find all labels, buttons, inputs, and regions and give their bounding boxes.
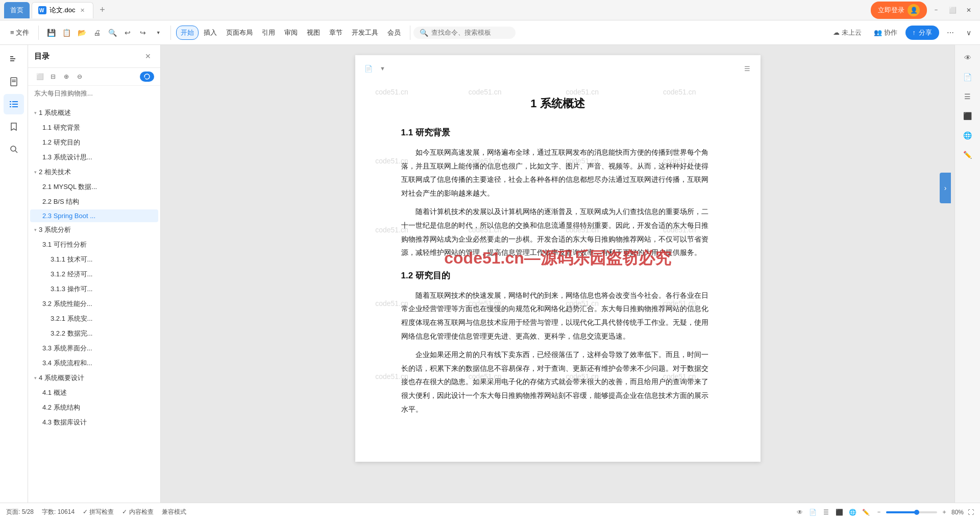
sidebar-nav-btn[interactable]	[4, 49, 24, 69]
toc-item[interactable]: 4.1 概述	[30, 386, 158, 400]
toc-item[interactable]: 1.2 研究目的	[30, 135, 158, 150]
toc-item[interactable]: ▾1 系统概述	[30, 106, 158, 120]
reference-tab-btn[interactable]: 引用	[258, 26, 279, 39]
new-tab-btn[interactable]: +	[95, 3, 110, 17]
sidebar-search-btn[interactable]	[4, 139, 24, 159]
right-layout-btn[interactable]: ⬛	[959, 107, 976, 125]
toc-item[interactable]: 3.1.2 经济可...	[30, 267, 158, 281]
toc-title: 目录	[34, 52, 142, 61]
right-margin-btn[interactable]: ☰	[741, 62, 753, 75]
member-tab-btn[interactable]: 会员	[383, 26, 405, 39]
view-mode-btn-4[interactable]: ⬛	[834, 507, 845, 518]
page-info[interactable]: 页面: 5/28	[6, 508, 34, 516]
toc-item[interactable]: 3.2.1 系统安...	[30, 312, 158, 326]
toc-item[interactable]: 3.4 系统流程和...	[30, 356, 158, 370]
zoom-in-btn[interactable]: ＋	[941, 508, 947, 516]
right-list-btn[interactable]: ☰	[959, 88, 976, 105]
open-btn[interactable]: 📂	[75, 26, 89, 40]
right-edit-btn[interactable]: ✏️	[959, 146, 976, 163]
toc-collapse-all-btn[interactable]: ⊟	[47, 71, 59, 82]
content-check-btn[interactable]: ✓ 内容检查	[122, 508, 153, 516]
toc-close-btn[interactable]: ✕	[142, 50, 154, 62]
toc-item[interactable]: 1.1 研究背景	[30, 121, 158, 135]
devtools-tab-btn[interactable]: 开发工具	[348, 26, 382, 39]
view-mode-btn-3[interactable]: ☰	[821, 507, 832, 518]
preview-btn[interactable]: 🔍	[105, 26, 119, 40]
search-icon: 🔍	[420, 29, 428, 37]
print-btn[interactable]: 🖨	[90, 26, 104, 40]
toc-item[interactable]: 3.1.3 操作可...	[30, 282, 158, 296]
toc-item[interactable]: 3.1 可行性分析	[30, 238, 158, 252]
spell-check-btn[interactable]: ✓ 拼写检查	[83, 508, 114, 516]
search-box[interactable]: 🔍	[413, 27, 516, 39]
user-avatar: 👤	[908, 4, 920, 16]
floating-expand-btn[interactable]: ›	[940, 173, 951, 203]
redo-btn[interactable]: ↪	[136, 26, 150, 40]
view-mode-btn-6[interactable]: ✏️	[861, 507, 872, 518]
toc-item[interactable]: 3.2.2 数据完...	[30, 326, 158, 341]
toc-item[interactable]: 2.3 Spring Boot ...	[30, 209, 158, 222]
toc-remove-btn[interactable]: ⊖	[74, 71, 85, 82]
tab-home[interactable]: 首页	[4, 2, 30, 18]
sidebar-pages-btn[interactable]	[4, 72, 24, 92]
compat-mode-btn[interactable]: 兼容模式	[162, 508, 186, 516]
view-mode-btn-1[interactable]: 👁	[794, 507, 805, 518]
zoom-out-btn[interactable]: －	[876, 508, 882, 516]
toc-item[interactable]: 3.1.1 技术可...	[30, 252, 158, 267]
login-button[interactable]: 立即登录 👤	[871, 2, 927, 19]
more-undo-btn[interactable]: ▼	[151, 26, 165, 40]
save-btn[interactable]: 💾	[44, 26, 58, 40]
toc-item[interactable]: 3.3 系统界面分...	[30, 341, 158, 356]
tab-close-btn[interactable]: ✕	[79, 6, 87, 14]
view-mode-btn-2[interactable]: 📄	[807, 507, 819, 518]
zoom-level[interactable]: 80%	[951, 509, 964, 516]
cloud-save-btn[interactable]: ☁ 未上云	[829, 26, 866, 39]
toc-item[interactable]: 3.2 系统性能分...	[30, 297, 158, 311]
template-btn[interactable]: 📋	[59, 26, 74, 40]
collab-btn[interactable]: 👥 协作	[870, 26, 901, 39]
chapter-tab-btn[interactable]: 章节	[325, 26, 347, 39]
search-input[interactable]	[431, 29, 503, 36]
toc-item[interactable]: 1.3 系统设计思...	[30, 150, 158, 164]
right-panel: 👁 📄 ☰ ⬛ 🌐 ✏️	[954, 45, 980, 503]
svg-point-14	[11, 146, 16, 151]
toc-expand-all-btn[interactable]: ⬜	[34, 71, 45, 82]
fullscreen-btn[interactable]: ⛶	[968, 509, 974, 516]
toc-item[interactable]: 2.1 MYSQL 数据...	[30, 180, 158, 194]
expand-btn[interactable]: ∨	[962, 26, 976, 40]
right-page-btn[interactable]: 📄	[959, 68, 976, 86]
word-count[interactable]: 字数: 10614	[42, 508, 75, 516]
toc-add-btn[interactable]: ⊕	[61, 71, 72, 82]
view-tab-btn[interactable]: 视图	[303, 26, 324, 39]
zoom-slider[interactable]	[886, 511, 937, 513]
toc-refresh-btn[interactable]	[140, 72, 154, 82]
toc-item[interactable]: 4.2 系统结构	[30, 400, 158, 415]
wps-icon: W	[38, 6, 46, 14]
toc-item[interactable]: 4.3 数据库设计	[30, 415, 158, 430]
sidebar-toc-btn[interactable]	[4, 94, 24, 114]
toc-item[interactable]: ▾4 系统概要设计	[30, 371, 158, 385]
paragraph-1: 如今互联网高速发展，网络遍布全球，通过互联网发布的消息能快而方便的传播到世界每个…	[401, 146, 715, 200]
svg-line-15	[15, 151, 17, 153]
sidebar-bookmark-btn[interactable]	[4, 116, 24, 137]
toc-item[interactable]: ▾3 系统分析	[30, 223, 158, 237]
window-restore-btn[interactable]: ⬜	[945, 3, 960, 17]
start-tab-btn[interactable]: 开始	[176, 26, 199, 40]
more-btn[interactable]: ⋯	[943, 26, 958, 40]
right-web-btn[interactable]: 🌐	[959, 127, 976, 144]
toc-item[interactable]: ▾2 相关技术	[30, 165, 158, 179]
share-button[interactable]: ↑ 分享	[905, 26, 940, 40]
right-view-btn[interactable]: 👁	[959, 49, 976, 66]
insert-tab-btn[interactable]: 插入	[200, 26, 221, 39]
view-mode-btn-5[interactable]: 🌐	[847, 507, 859, 518]
toc-item[interactable]: 2.2 B/S 结构	[30, 195, 158, 209]
document-page: code51.cn code51.cn code51.cn code51.cn …	[355, 55, 761, 462]
undo-btn[interactable]: ↩	[120, 26, 135, 40]
file-menu-btn[interactable]: ≡ 文件	[6, 26, 33, 39]
tab-doc[interactable]: W 论文.doc ✕	[32, 2, 93, 18]
review-tab-btn[interactable]: 审阅	[280, 26, 302, 39]
window-minimize-btn[interactable]: －	[929, 3, 943, 17]
layout-tab-btn[interactable]: 页面布局	[222, 26, 257, 39]
menu-tabs-group: 开始 插入 页面布局 引用 审阅 视图 章节 开发工具 会员	[174, 26, 407, 40]
window-close-btn[interactable]: ✕	[962, 3, 976, 17]
